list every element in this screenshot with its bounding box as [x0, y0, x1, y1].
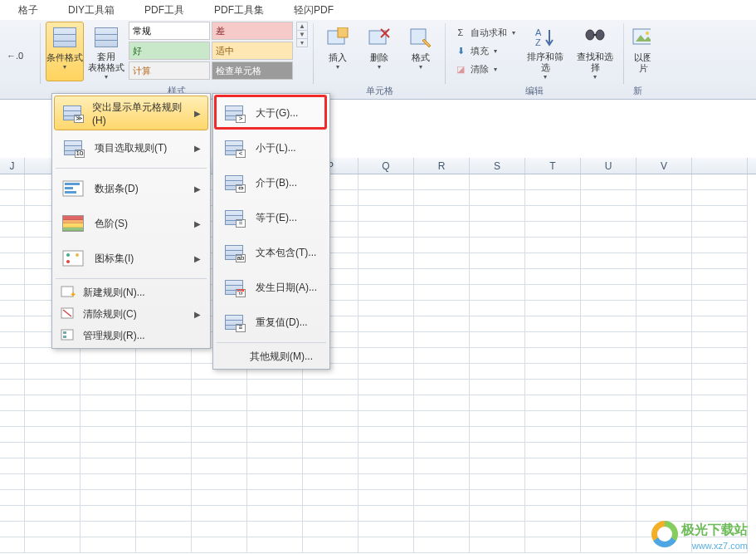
watermark-brand: 极光下载站: [681, 522, 748, 539]
svg-text:A: A: [535, 27, 542, 37]
grid-row[interactable]: [0, 364, 756, 380]
gallery-down[interactable]: ▼: [297, 31, 307, 39]
style-neutral[interactable]: 适中: [212, 42, 293, 60]
col-header[interactable]: V: [637, 158, 692, 174]
menubar: 格子 DIY工具箱 PDF工具 PDF工具集 轻闪PDF: [0, 0, 756, 20]
menu-manage-rules[interactable]: 管理规则(R)...: [54, 325, 208, 346]
style-check[interactable]: 检查单元格: [212, 61, 293, 80]
menu-item[interactable]: PDF工具集: [199, 0, 279, 21]
insert-button[interactable]: 插入▾: [319, 22, 357, 81]
ribbon: ←.0 条件格式 ▾ 套用表格格式 ▾ 常规 差 好 适中 计算 检查: [0, 20, 756, 100]
svg-rect-17: [65, 191, 76, 194]
submenu-arrow-icon: ▶: [194, 219, 201, 228]
menu-duplicate-values[interactable]: ≡ 重复值(D)...: [215, 305, 364, 340]
highlight-rules-submenu: > 大于(G)... < 小于(L)... ⇔ 介于(B)... = 等于(E)…: [212, 93, 330, 370]
grid-row[interactable]: [0, 411, 756, 427]
menu-clear-rules[interactable]: 清除规则(C) ▶: [54, 303, 208, 325]
gallery-more[interactable]: ▾: [297, 39, 307, 47]
watermark-logo-icon: [651, 521, 678, 547]
svg-rect-10: [593, 34, 597, 36]
group-label: 新: [624, 85, 651, 97]
grid-row[interactable]: [0, 522, 756, 537]
editing-group: Σ自动求和▾ ⬇填充▾ ◪清除▾ AZ 排序和筛选▾ 查找和选择▾ 编辑: [446, 20, 623, 99]
menu-highlight-rules[interactable]: ≫ 突出显示单元格规则(H) ▶: [54, 96, 208, 130]
grid-row[interactable]: [0, 348, 756, 364]
svg-rect-18: [63, 251, 83, 266]
submenu-arrow-icon: ▶: [194, 109, 201, 118]
watermark: 极光下载站 www.xz7.com: [651, 521, 748, 547]
submenu-arrow-icon: ▶: [194, 184, 201, 194]
svg-point-9: [596, 30, 604, 40]
svg-point-19: [66, 253, 70, 257]
menu-equal[interactable]: = 等于(E)...: [215, 200, 364, 235]
style-bad[interactable]: 差: [212, 22, 293, 40]
watermark-url: www.xz7.com: [692, 541, 748, 551]
col-header[interactable]: R: [414, 158, 470, 174]
col-header[interactable]: J: [0, 158, 25, 174]
grid-row[interactable]: [0, 506, 756, 522]
style-good[interactable]: 好: [129, 42, 210, 60]
find-select-button[interactable]: 查找和选择▾: [572, 22, 618, 81]
cell-styles-gallery[interactable]: 常规 差 好 适中 计算 检查单元格: [129, 22, 293, 80]
col-header[interactable]: T: [525, 158, 581, 174]
autosum-button[interactable]: Σ自动求和▾: [451, 23, 519, 42]
menu-color-scales[interactable]: 色阶(S) ▶: [54, 206, 208, 241]
as-picture-button[interactable]: 以图片: [629, 22, 651, 81]
col-header[interactable]: S: [470, 158, 525, 174]
svg-rect-28: [63, 336, 66, 338]
grid-row[interactable]: [0, 474, 756, 490]
styles-group: 条件格式 ▾ 套用表格格式 ▾ 常规 差 好 适中 计算 检查单元格 ▲ ▼ ▾: [41, 20, 313, 99]
grid-row[interactable]: [0, 443, 756, 458]
style-calc[interactable]: 计算: [129, 61, 210, 80]
svg-rect-16: [65, 187, 73, 189]
menu-item[interactable]: 格子: [3, 0, 53, 21]
svg-text:✦: ✦: [70, 290, 76, 299]
submenu-arrow-icon: ▶: [194, 254, 201, 263]
grid-row[interactable]: [0, 490, 756, 506]
menu-greater-than[interactable]: > 大于(G)...: [215, 96, 364, 130]
new-group: 以图片 新: [624, 20, 651, 99]
conditional-format-menu: ≫ 突出显示单元格规则(H) ▶ 10 项目选取规则(T) ▶ 数据条(D) ▶…: [51, 93, 211, 349]
cells-group: 插入▾ 删除▾ 格式▾ 单元格: [314, 20, 445, 99]
grid-row[interactable]: [0, 427, 756, 443]
menu-item[interactable]: DIY工具箱: [53, 0, 129, 21]
grid-row[interactable]: [0, 380, 756, 395]
grid-row[interactable]: [0, 395, 756, 411]
fill-button[interactable]: ⬇填充▾: [451, 42, 519, 60]
menu-date-occurring[interactable]: 📅 发生日期(A)...: [215, 270, 364, 305]
menu-between[interactable]: ⇔ 介于(B)...: [215, 165, 364, 200]
col-header[interactable]: U: [581, 158, 637, 174]
menu-item[interactable]: PDF工具: [129, 0, 199, 21]
svg-rect-1: [338, 27, 348, 37]
submenu-arrow-icon: ▶: [194, 310, 201, 319]
menu-item[interactable]: 轻闪PDF: [279, 0, 349, 21]
svg-text:Z: Z: [535, 37, 541, 47]
svg-point-21: [76, 253, 79, 257]
style-normal[interactable]: 常规: [129, 22, 210, 40]
svg-rect-15: [65, 183, 80, 185]
menu-text-contains[interactable]: ab 文本包含(T)...: [215, 235, 364, 270]
group-label: 编辑: [446, 85, 623, 97]
svg-point-20: [66, 260, 70, 263]
col-header[interactable]: Q: [358, 158, 414, 174]
gallery-up[interactable]: ▲: [297, 22, 307, 31]
format-as-table-button[interactable]: 套用表格格式 ▾: [87, 22, 125, 81]
grid-row[interactable]: [0, 458, 756, 474]
format-button[interactable]: 格式▾: [402, 22, 440, 81]
menu-less-than[interactable]: < 小于(L)...: [215, 130, 364, 165]
sort-filter-button[interactable]: AZ 排序和筛选▾: [522, 22, 568, 81]
decrease-decimal-button[interactable]: ←.0: [5, 47, 25, 65]
menu-top-bottom[interactable]: 10 项目选取规则(T) ▶: [54, 130, 208, 165]
menu-icon-sets[interactable]: 图标集(I) ▶: [54, 241, 208, 276]
delete-button[interactable]: 删除▾: [360, 22, 398, 81]
menu-new-rule[interactable]: ✦ 新建规则(N)...: [54, 282, 208, 303]
submenu-arrow-icon: ▶: [194, 144, 201, 153]
clear-button[interactable]: ◪清除▾: [451, 60, 519, 78]
svg-rect-27: [63, 331, 66, 334]
menu-data-bars[interactable]: 数据条(D) ▶: [54, 171, 208, 206]
menu-more-rules[interactable]: 其他规则(M)...: [215, 346, 364, 367]
grid-row[interactable]: [0, 537, 756, 553]
conditional-format-button[interactable]: 条件格式 ▾: [46, 22, 84, 81]
svg-rect-26: [61, 330, 73, 340]
col-header[interactable]: [692, 158, 748, 174]
